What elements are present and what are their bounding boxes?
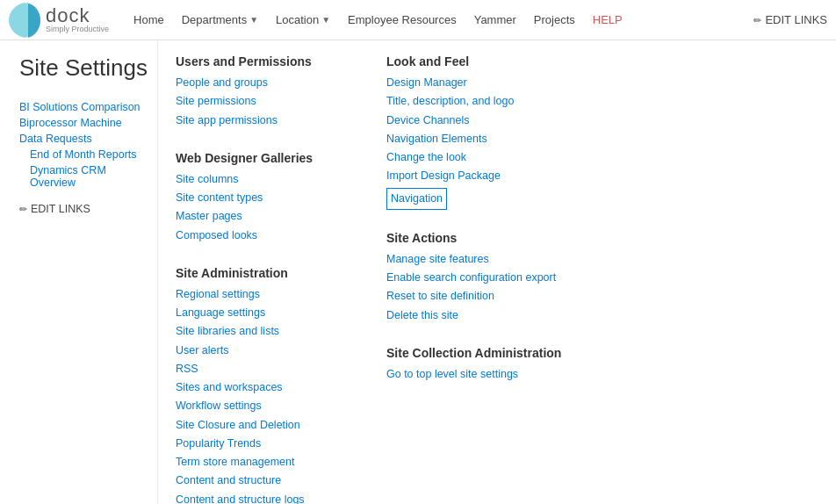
link-title-desc-logo[interactable]: Title, description, and logo: [386, 92, 562, 111]
sidebar-edit-links[interactable]: EDIT LINKS: [14, 203, 148, 215]
nav-help[interactable]: HELP: [586, 10, 630, 30]
logo[interactable]: dock Simply Productive: [9, 1, 109, 40]
nav-links: Home Departments ▼ Location ▼ Employee R…: [126, 10, 753, 30]
sidebar-item-dynamics-crm[interactable]: Dynamics CRM Overview: [14, 162, 148, 191]
sidebar-item-end-of-month[interactable]: End of Month Reports: [14, 147, 148, 162]
link-workflow-settings[interactable]: Workflow settings: [176, 397, 351, 415]
link-change-look[interactable]: Change the look: [386, 148, 562, 167]
link-user-alerts[interactable]: User alerts: [176, 342, 351, 360]
nav-edit-links[interactable]: EDIT LINKS: [753, 13, 827, 26]
departments-arrow: ▼: [249, 15, 258, 25]
link-site-libraries-lists[interactable]: Site libraries and lists: [176, 322, 351, 341]
section-users-permissions-title: Users and Permissions: [176, 54, 351, 68]
main-content: Users and Permissions People and groups …: [158, 40, 836, 504]
link-navigation-elements[interactable]: Navigation Elements: [386, 130, 562, 148]
section-web-designer-title: Web Designer Galleries: [176, 151, 351, 165]
section-look-feel: Look and Feel Design Manager Title, desc…: [386, 54, 562, 210]
nav-home[interactable]: Home: [126, 10, 171, 30]
sidebar-item-data-requests[interactable]: Data Requests: [14, 131, 148, 147]
link-term-store[interactable]: Term store management: [176, 453, 351, 472]
link-reset-site-definition[interactable]: Reset to site definition: [386, 287, 562, 306]
link-enable-search-config-export[interactable]: Enable search configuration export: [386, 269, 562, 287]
section-web-designer: Web Designer Galleries Site columns Site…: [176, 151, 351, 245]
link-composed-looks[interactable]: Composed looks: [176, 227, 351, 245]
brand-tagline: Simply Productive: [46, 25, 109, 33]
link-site-columns[interactable]: Site columns: [176, 170, 351, 189]
link-device-channels[interactable]: Device Channels: [386, 112, 562, 130]
nav-departments[interactable]: Departments ▼: [175, 10, 265, 30]
location-arrow: ▼: [321, 15, 330, 25]
link-master-pages[interactable]: Master pages: [176, 207, 351, 226]
link-regional-settings[interactable]: Regional settings: [176, 285, 351, 304]
link-rss[interactable]: RSS: [176, 360, 351, 378]
sidebar-edit-links-label: EDIT LINKS: [31, 203, 90, 215]
settings-column-2: Look and Feel Design Manager Title, desc…: [386, 54, 562, 504]
section-site-collection-admin: Site Collection Administration Go to top…: [386, 346, 562, 384]
link-people-groups[interactable]: People and groups: [176, 74, 351, 92]
sidebar-item-bi-solutions[interactable]: BI Solutions Comparison: [14, 99, 148, 115]
section-site-admin: Site Administration Regional settings La…: [176, 266, 351, 504]
nav-employee-resources[interactable]: Employee Resources: [341, 10, 464, 30]
link-popularity-trends[interactable]: Popularity Trends: [176, 435, 351, 453]
section-users-permissions: Users and Permissions People and groups …: [176, 54, 351, 130]
link-site-permissions[interactable]: Site permissions: [176, 92, 351, 111]
settings-column-1: Users and Permissions People and groups …: [176, 54, 351, 504]
link-top-level-site-settings[interactable]: Go to top level site settings: [386, 365, 562, 384]
page-wrapper: Site Settings BI Solutions Comparison Bi…: [0, 40, 836, 504]
pencil-icon: [753, 13, 761, 26]
brand-name: dock: [46, 6, 109, 25]
link-navigation[interactable]: Navigation: [386, 188, 447, 210]
section-site-actions-title: Site Actions: [386, 231, 562, 245]
sidebar: Site Settings BI Solutions Comparison Bi…: [0, 40, 158, 504]
link-design-manager[interactable]: Design Manager: [386, 74, 562, 92]
link-delete-site[interactable]: Delete this site: [386, 306, 562, 325]
page-title: Site Settings: [14, 54, 148, 82]
sidebar-pencil-icon: [19, 203, 27, 215]
link-site-app-permissions[interactable]: Site app permissions: [176, 112, 351, 130]
link-content-structure[interactable]: Content and structure: [176, 472, 351, 490]
link-language-settings[interactable]: Language settings: [176, 304, 351, 322]
link-manage-site-features[interactable]: Manage site features: [386, 250, 562, 269]
nav-location[interactable]: Location ▼: [269, 10, 337, 30]
link-import-design-package[interactable]: Import Design Package: [386, 167, 562, 185]
link-site-closure-deletion[interactable]: Site Closure and Deletion: [176, 416, 351, 435]
link-sites-workspaces[interactable]: Sites and workspaces: [176, 378, 351, 397]
sidebar-item-biprocessor[interactable]: Biprocessor Machine: [14, 115, 148, 131]
nav-yammer[interactable]: Yammer: [467, 10, 523, 30]
section-site-collection-admin-title: Site Collection Administration: [386, 346, 562, 360]
section-site-actions: Site Actions Manage site features Enable…: [386, 231, 562, 325]
section-site-admin-title: Site Administration: [176, 266, 351, 280]
top-navigation: dock Simply Productive Home Departments …: [0, 0, 836, 40]
link-site-content-types[interactable]: Site content types: [176, 189, 351, 207]
link-content-structure-logs[interactable]: Content and structure logs: [176, 491, 351, 505]
section-look-feel-title: Look and Feel: [386, 54, 562, 68]
nav-projects[interactable]: Projects: [527, 10, 582, 30]
nav-edit-links-label: EDIT LINKS: [765, 13, 827, 26]
